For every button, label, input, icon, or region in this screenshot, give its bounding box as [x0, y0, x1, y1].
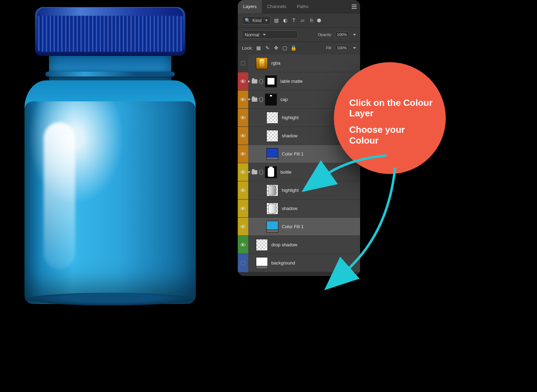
- disclosure-icon[interactable]: [248, 80, 250, 83]
- bottle-cap: [35, 7, 185, 56]
- layer-name: rgba: [271, 60, 280, 66]
- layer-bottle-shadow[interactable]: shadow: [238, 199, 360, 217]
- visibility-toggle[interactable]: [238, 54, 248, 72]
- layer-thumb[interactable]: [256, 57, 268, 69]
- layer-name: background: [271, 260, 295, 266]
- lock-label: Lock:: [242, 45, 253, 51]
- filter-pixel-icon[interactable]: ▧: [273, 17, 279, 23]
- lock-transparency-icon[interactable]: ▦: [256, 45, 262, 51]
- layer-name: bottle: [280, 169, 292, 175]
- lock-position-icon[interactable]: ✥: [273, 45, 279, 51]
- visibility-toggle[interactable]: [238, 90, 248, 109]
- layer-name: shadow: [282, 206, 298, 211]
- layer-name: shadow: [282, 133, 298, 138]
- chevron-down-icon: [263, 34, 266, 36]
- layer-thumb[interactable]: [266, 130, 278, 142]
- filter-shape-icon[interactable]: ▱: [300, 17, 306, 23]
- callout-line2: Choose your Colour: [349, 124, 434, 146]
- visibility-toggle[interactable]: [238, 199, 248, 218]
- colorfill-thumb[interactable]: [266, 221, 278, 233]
- link-icon: [259, 97, 263, 102]
- layer-thumb[interactable]: [266, 203, 278, 215]
- folder-icon: [252, 97, 257, 102]
- layer-name: drop shadow: [271, 242, 297, 247]
- visibility-toggle[interactable]: [238, 109, 248, 127]
- search-icon: 🔍: [245, 18, 250, 23]
- lock-brush-icon[interactable]: ✎: [264, 45, 270, 51]
- blend-mode-value: Normal: [245, 32, 259, 37]
- blend-mode-select[interactable]: Normal: [242, 30, 298, 39]
- mask-thumb[interactable]: [265, 166, 277, 178]
- bottle-body: [24, 101, 196, 304]
- filter-kind-label: Kind: [252, 18, 262, 23]
- chevron-down-icon: [265, 20, 268, 21]
- disclosure-icon[interactable]: [248, 99, 251, 100]
- layer-rgba[interactable]: rgba: [238, 54, 360, 72]
- visibility-toggle[interactable]: [238, 181, 248, 199]
- layer-label-matte[interactable]: lable matte: [238, 72, 360, 90]
- filter-adjust-icon[interactable]: ◐: [282, 17, 288, 23]
- blend-bar: Normal Opacity: 100%: [238, 28, 360, 42]
- layer-list: rgba lable matte cap highlight: [238, 54, 360, 272]
- mask-thumb[interactable]: [265, 75, 277, 87]
- visibility-toggle[interactable]: [238, 236, 248, 254]
- layer-name: highlight: [282, 115, 299, 120]
- callout-line1: Click on the Colour Layer: [349, 97, 434, 119]
- colorfill-thumb[interactable]: [266, 148, 278, 160]
- layer-drop-shadow[interactable]: drop shadow: [238, 235, 360, 254]
- visibility-toggle[interactable]: [238, 145, 248, 163]
- filter-kind-select[interactable]: 🔍 Kind: [242, 16, 271, 24]
- filter-smart-icon[interactable]: ⎘: [308, 17, 314, 23]
- folder-icon: [252, 170, 257, 174]
- tab-channels[interactable]: Channels: [262, 0, 292, 13]
- mask-thumb[interactable]: [265, 94, 277, 106]
- layer-name: lable matte: [280, 79, 303, 84]
- layer-thumb[interactable]: [256, 239, 268, 251]
- lock-bar: Lock: ▦ ✎ ✥ ▢ 🔒 Fill: 100%: [238, 42, 360, 54]
- lock-all-icon[interactable]: 🔒: [291, 45, 296, 51]
- chevron-down-icon[interactable]: [353, 47, 356, 49]
- opacity-input[interactable]: 100%: [335, 31, 349, 38]
- filter-toggle-icon[interactable]: [317, 19, 321, 22]
- fill-label: Fill:: [326, 46, 332, 50]
- layer-cap-colorfill[interactable]: Color Fill 1: [238, 145, 360, 163]
- layer-name: cap: [280, 97, 288, 102]
- layer-background[interactable]: background: [238, 254, 360, 272]
- layer-name: Color Fill 1: [282, 151, 303, 157]
- tab-layers[interactable]: Layers: [238, 0, 262, 13]
- visibility-toggle[interactable]: [238, 127, 248, 145]
- layer-name: Color Fill 1: [282, 224, 303, 229]
- layer-bottle-highlight[interactable]: highlight: [238, 181, 360, 199]
- filter-type-icon[interactable]: T: [291, 17, 297, 23]
- visibility-toggle[interactable]: [238, 254, 248, 272]
- opacity-label: Opacity:: [318, 32, 332, 37]
- layer-bottle-colorfill[interactable]: Color Fill 1: [238, 217, 360, 235]
- panel-menu-icon[interactable]: [352, 5, 357, 9]
- visibility-toggle[interactable]: [238, 72, 248, 90]
- visibility-toggle[interactable]: [238, 218, 248, 236]
- fill-input[interactable]: 100%: [335, 45, 349, 51]
- layer-thumb[interactable]: [256, 257, 268, 269]
- link-icon: [259, 170, 263, 175]
- visibility-toggle[interactable]: [238, 163, 248, 181]
- lock-artboard-icon[interactable]: ▢: [282, 45, 288, 51]
- layer-thumb[interactable]: [266, 112, 278, 124]
- chevron-down-icon[interactable]: [353, 34, 356, 36]
- bottle-mockup: [24, 7, 196, 311]
- layer-name: highlight: [282, 188, 299, 193]
- layer-filter-bar: 🔍 Kind ▧ ◐ T ▱ ⎘: [238, 13, 360, 28]
- folder-icon: [252, 79, 257, 84]
- link-icon: [259, 79, 263, 84]
- callout-bubble: Click on the Colour Layer Choose your Co…: [334, 62, 446, 174]
- panel-tabs: Layers Channels Paths: [238, 0, 360, 13]
- tab-paths[interactable]: Paths: [292, 0, 314, 13]
- disclosure-icon[interactable]: [248, 171, 251, 173]
- layer-thumb[interactable]: [266, 184, 278, 196]
- layer-bottle-group[interactable]: bottle: [238, 163, 360, 181]
